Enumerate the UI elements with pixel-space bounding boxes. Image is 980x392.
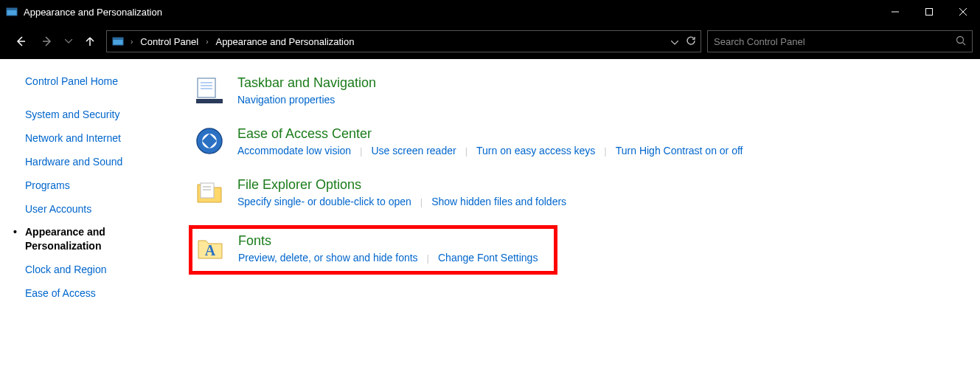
app-icon [6,6,18,18]
svg-line-11 [963,42,966,45]
search-box[interactable] [707,30,973,52]
location-icon [111,35,125,48]
svg-text:A: A [205,242,216,258]
link-separator: | [360,145,362,157]
chevron-right-icon[interactable]: › [203,38,211,46]
link-separator: | [420,196,423,207]
sidebar-item-hardware[interactable]: Hardware and Sound [25,155,177,169]
svg-rect-1 [7,8,17,10]
category-title[interactable]: File Explorer Options [237,177,962,193]
link-separator: | [604,145,606,157]
sidebar-item-clock[interactable]: Clock and Region [25,263,177,277]
sidebar-item-appearance[interactable]: Appearance and Personalization [25,225,177,253]
category-link[interactable]: Use screen reader [371,145,456,157]
sidebar-item-network[interactable]: Network and Internet [25,131,177,145]
category-link[interactable]: Preview, delete, or show and hide fonts [238,252,418,264]
sidebar: Control Panel Home System and Security N… [0,59,184,392]
main-panel: Taskbar and Navigation Navigation proper… [184,59,980,392]
svg-rect-9 [113,38,123,40]
category-link[interactable]: Turn High Contrast on or off [616,145,743,157]
sidebar-item-system[interactable]: System and Security [25,108,177,122]
minimize-button[interactable] [878,0,912,24]
svg-rect-12 [198,78,215,97]
category-file-explorer: File Explorer Options Specify single- or… [192,174,965,210]
maximize-button[interactable] [912,0,946,24]
breadcrumb-root[interactable]: Control Panel [139,35,200,49]
svg-point-10 [957,36,964,43]
search-input[interactable] [714,36,956,47]
search-icon[interactable] [956,35,966,48]
category-link[interactable]: Accommodate low vision [237,145,351,157]
forward-button[interactable] [37,31,58,52]
ease-of-access-icon [195,126,224,156]
sidebar-home-link[interactable]: Control Panel Home [25,75,177,87]
category-link[interactable]: Navigation properties [237,94,335,106]
folder-options-icon [195,177,224,207]
address-dropdown-icon[interactable] [671,36,678,47]
back-button[interactable] [10,31,31,52]
window-controls [878,0,980,24]
category-link[interactable]: Turn on easy access keys [476,145,595,157]
svg-rect-19 [201,183,214,198]
category-fonts: A Fonts Preview, delete, or show and hid… [189,225,557,275]
window-title: Appearance and Personalization [24,7,162,18]
category-title[interactable]: Fonts [238,233,551,249]
sidebar-item-ease[interactable]: Ease of Access [25,286,177,300]
close-button[interactable] [946,0,980,24]
category-link[interactable]: Change Font Settings [438,252,538,264]
category-taskbar: Taskbar and Navigation Navigation proper… [192,72,965,109]
fonts-icon: A [195,233,225,263]
address-bar[interactable]: › Control Panel › Appearance and Persona… [106,30,701,52]
category-title[interactable]: Taskbar and Navigation [237,75,962,91]
breadcrumb-current[interactable]: Appearance and Personalization [214,35,355,49]
link-separator: | [465,145,468,157]
category-title[interactable]: Ease of Access Center [237,126,962,142]
sidebar-item-programs[interactable]: Programs [25,179,177,193]
category-ease-of-access: Ease of Access Center Accommodate low vi… [192,123,965,159]
refresh-button[interactable] [686,35,696,48]
category-link[interactable]: Specify single- or double-click to open [237,196,411,207]
svg-rect-16 [196,99,223,103]
navbar: › Control Panel › Appearance and Persona… [0,24,980,59]
titlebar: Appearance and Personalization [0,0,980,24]
link-separator: | [427,252,429,264]
recent-dropdown[interactable] [63,31,74,52]
content-area: Control Panel Home System and Security N… [0,59,980,392]
category-link[interactable]: Show hidden files and folders [431,196,566,207]
chevron-right-icon[interactable]: › [128,38,136,46]
sidebar-item-accounts[interactable]: User Accounts [25,202,177,216]
taskbar-icon [195,75,224,105]
up-button[interactable] [80,31,100,52]
svg-rect-3 [926,9,933,16]
